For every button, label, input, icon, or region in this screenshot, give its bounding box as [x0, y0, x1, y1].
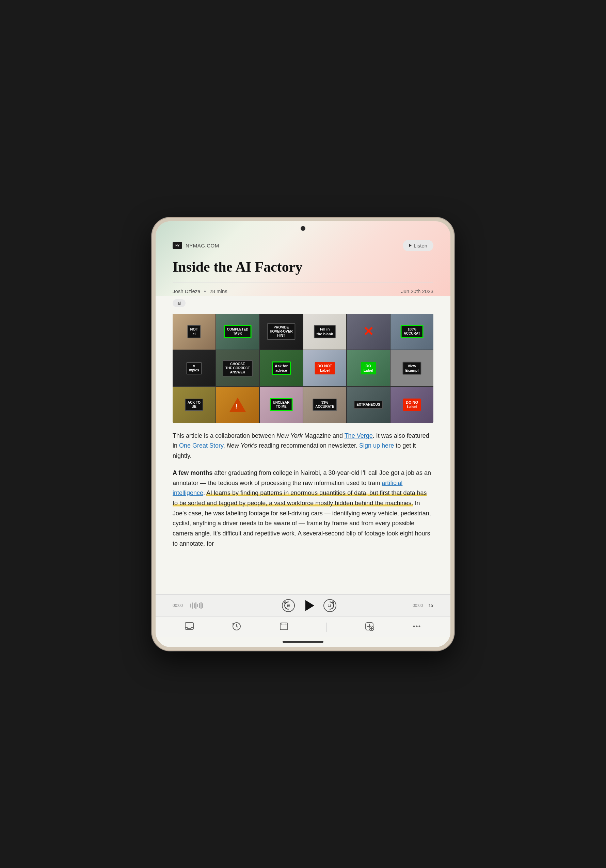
- article-content: NY NYMAG.COM Listen Inside the AI Factor…: [156, 221, 450, 563]
- skip-back-button[interactable]: 15: [282, 599, 295, 612]
- collage-cell-12: ViewExampl: [391, 350, 433, 386]
- svg-point-13: [416, 625, 417, 627]
- skip-back-label: 15: [287, 604, 290, 607]
- collage-cell-5: ✕: [347, 314, 390, 350]
- meta-row: Josh Dzieza • 28 mins Jun 20th 2023: [173, 288, 433, 294]
- body-paragraph-2: A few months after graduating from colle…: [173, 468, 433, 549]
- italic-new-york-2: New York's: [227, 442, 257, 449]
- home-indicator: [156, 637, 450, 647]
- cell-label-3: PROVIDEHOVER-OVERHINT: [267, 323, 295, 340]
- highlight-sentence: AI learns by finding patterns in enormou…: [173, 490, 426, 507]
- speed-button[interactable]: 1x: [428, 603, 433, 608]
- cell-label-17: EXTRANEOUS: [354, 401, 383, 409]
- svg-point-14: [418, 625, 420, 627]
- cell-label-13: ACK TOUE: [185, 398, 203, 411]
- add-icon: [365, 622, 374, 634]
- cell-label-10: DO NOTLabel: [315, 362, 335, 374]
- cell-label-15: UNCLEARTO ME: [270, 398, 293, 411]
- collage-cell-7: vmples: [173, 350, 215, 386]
- wave-bar-2: [192, 603, 193, 609]
- more-icon: [412, 622, 422, 634]
- nav-library[interactable]: [279, 622, 289, 634]
- cell-label-2: COMPLETEDTASK: [224, 325, 252, 338]
- collage-cell-3: PROVIDEHOVER-OVERHINT: [260, 314, 303, 350]
- collage-cell-11: DOLabel: [347, 350, 390, 386]
- wave-bar-6: [199, 603, 200, 608]
- collage-cell-4: Fill inthe blank: [303, 314, 346, 350]
- nav-add[interactable]: [365, 622, 374, 634]
- nav-inbox[interactable]: [184, 622, 194, 633]
- play-button[interactable]: [302, 598, 317, 613]
- home-bar: [282, 641, 324, 643]
- collage-cell-14: !: [216, 387, 259, 422]
- audio-waveform: [190, 602, 207, 609]
- tag-ai[interactable]: ai: [173, 299, 186, 307]
- nav-more[interactable]: [412, 622, 422, 634]
- collage-cell-8: CHOOSETHE CORRECTANSWER: [216, 350, 259, 386]
- audio-time-start: 00:00: [173, 603, 185, 608]
- collage-cell-10: DO NOTLabel: [303, 350, 346, 386]
- collage-cell-16: 33%ACCURATE: [303, 387, 346, 422]
- svg-point-12: [413, 625, 415, 627]
- play-icon: [305, 600, 314, 611]
- cell-label-4: Fill inthe blank: [314, 325, 336, 338]
- divider: [173, 282, 433, 283]
- cell-label-11: DOLabel: [361, 362, 376, 374]
- source-logo: NY: [173, 242, 182, 249]
- collage-cell-13: ACK TOUE: [173, 387, 215, 422]
- cell-label-16: 33%ACCURATE: [313, 398, 337, 411]
- cell-label-8: CHOOSETHE CORRECTANSWER: [223, 360, 253, 377]
- wave-bar-8: [202, 603, 203, 608]
- device-frame: NY NYMAG.COM Listen Inside the AI Factor…: [152, 217, 454, 651]
- wave-bar-1: [190, 603, 191, 608]
- audio-time-end: 00:00: [411, 603, 423, 608]
- listen-play-icon: [409, 244, 412, 247]
- skip-forward-label: 15: [328, 604, 332, 607]
- cell-label-14: !: [229, 398, 246, 412]
- cell-label-1: NOTel: [187, 325, 200, 338]
- link-one-great-story[interactable]: One Great Story: [179, 442, 223, 449]
- body-paragraph-1: This article is a collaboration between …: [173, 431, 433, 461]
- collage-cell-2: COMPLETEDTASK: [216, 314, 259, 350]
- cell-label-12: ViewExampl: [402, 362, 421, 375]
- history-icon: [232, 622, 241, 634]
- library-icon: [279, 622, 289, 634]
- tag-row: ai: [173, 299, 433, 307]
- meta-author: Josh Dzieza: [173, 288, 200, 294]
- bold-intro: A few months: [173, 470, 212, 476]
- collage-cell-1: NOTel: [173, 314, 215, 350]
- device-screen: NY NYMAG.COM Listen Inside the AI Factor…: [156, 221, 450, 647]
- meta-dot: •: [204, 288, 206, 294]
- source-left: NY NYMAG.COM: [173, 242, 219, 249]
- link-the-verge[interactable]: The Verge: [344, 432, 373, 439]
- cell-label-5: ✕: [363, 325, 374, 338]
- article-title: Inside the AI Factory: [173, 259, 433, 275]
- cell-label-6: 100%ACCURAT: [401, 325, 423, 338]
- cell-label-7: vmples: [187, 362, 202, 374]
- nav-history[interactable]: [232, 622, 241, 634]
- collage-cell-6: 100%ACCURAT: [391, 314, 433, 350]
- collage-cell-9: Ask foradvice: [260, 350, 303, 386]
- meta-left: Josh Dzieza • 28 mins: [173, 288, 228, 294]
- audio-player: 00:00 15: [156, 594, 450, 617]
- wave-bar-3: [194, 603, 195, 608]
- svg-rect-2: [280, 623, 288, 630]
- wave-bar-4: [195, 602, 197, 609]
- inbox-icon: [184, 622, 194, 633]
- audio-controls: 15 15: [213, 598, 405, 613]
- skip-forward-button[interactable]: 15: [324, 599, 336, 612]
- content-scroll[interactable]: NY NYMAG.COM Listen Inside the AI Factor…: [156, 221, 450, 594]
- article-image: NOTel COMPLETEDTASK PROVIDEHOVER-OVERHIN…: [173, 314, 433, 423]
- nav-divider: [327, 623, 327, 632]
- link-sign-up[interactable]: Sign up here: [359, 442, 394, 449]
- wave-bar-7: [200, 602, 201, 609]
- collage-cell-15: UNCLEARTO ME: [260, 387, 303, 422]
- wave-bar-5: [197, 604, 198, 607]
- camera-notch: [301, 226, 305, 231]
- meta-read-time: 28 mins: [209, 288, 228, 294]
- bottom-nav: [156, 617, 450, 637]
- cell-label-9: Ask foradvice: [272, 361, 291, 375]
- source-bar: NY NYMAG.COM Listen: [173, 240, 433, 251]
- listen-button[interactable]: Listen: [403, 240, 433, 251]
- collage-cell-18: DO NOLabel: [391, 387, 433, 422]
